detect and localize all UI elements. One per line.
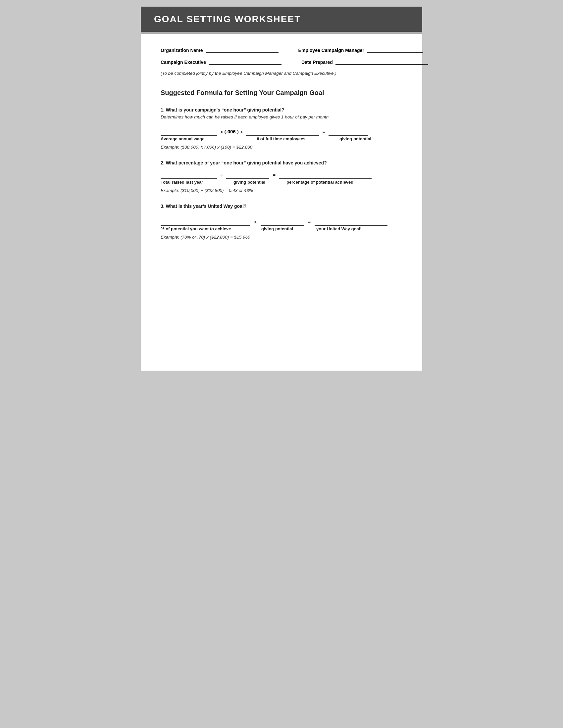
page: GOAL SETTING WORKSHEET Organization Name…	[141, 7, 422, 371]
question2-heading: 2. What percentage of your “one hour” gi…	[161, 160, 402, 165]
org-name-input[interactable]	[206, 47, 278, 53]
formula1-field2[interactable]	[246, 129, 319, 136]
formula2-block: ÷ = Total raised last year giving potent…	[161, 172, 402, 193]
org-name-field: Organization Name	[161, 47, 278, 53]
question3-number: 3.	[161, 204, 164, 209]
campaign-exec-input[interactable]	[209, 59, 282, 65]
formula2-labels: Total raised last year giving potential …	[161, 180, 402, 185]
formula2-field1[interactable]	[161, 172, 217, 179]
formula3-label1: % of potential you want to achieve	[161, 226, 250, 231]
question1-desc: Determines how much can be raised if eac…	[161, 114, 402, 119]
formula2-example: Example: ($10,000) ÷ ($22,800) = 0.43 or…	[161, 188, 402, 193]
formula1-field1[interactable]	[161, 129, 217, 136]
formula3-field3[interactable]	[315, 219, 388, 226]
formula1-row: x (.006 ) x =	[161, 129, 402, 136]
page-title: GOAL SETTING WORKSHEET	[154, 14, 409, 24]
ecm-input[interactable]	[367, 47, 423, 53]
formula2-row: ÷ =	[161, 172, 402, 179]
content-area: Organization Name Employee Campaign Mana…	[141, 34, 422, 263]
formula1-equals: =	[322, 129, 325, 134]
formula2-label3: percentage of potential achieved	[287, 180, 353, 185]
formula3-field1[interactable]	[161, 219, 250, 226]
formula1-label2: # of full time employees	[257, 136, 330, 141]
question3-text: What is this year’s United Way goal?	[166, 204, 247, 209]
formula3-label2: giving potential	[261, 226, 305, 231]
formula2-field2[interactable]	[226, 172, 269, 179]
campaign-exec-field: Campaign Executive	[161, 59, 282, 65]
form-row-2: Campaign Executive Date Prepared	[161, 59, 402, 65]
formula1-multiplier: x (.006 ) x	[220, 129, 243, 134]
question1-heading: 1. What is your campaign's “one hour” gi…	[161, 107, 402, 113]
question1-number: 1.	[161, 107, 164, 113]
formula3-multiply: x	[254, 219, 257, 224]
formula1-example: Example: ($38,000) x (.006) x (100) = $2…	[161, 145, 402, 150]
formula2-equals: =	[272, 172, 275, 178]
date-label: Date Prepared	[302, 60, 333, 65]
formula3-equals: =	[308, 219, 311, 224]
formula1-label1: Average annual wage	[161, 136, 217, 141]
date-field: Date Prepared	[302, 59, 428, 65]
completion-note: (To be completed jointly by the Employee…	[161, 71, 402, 76]
formula2-label2: giving potential	[233, 180, 276, 185]
form-row-1: Organization Name Employee Campaign Mana…	[161, 47, 402, 53]
formula2-label1: Total raised last year	[161, 180, 217, 185]
formula3-field2[interactable]	[260, 219, 304, 226]
formula3-labels: % of potential you want to achieve givin…	[161, 226, 402, 231]
formula1-block: x (.006 ) x = Average annual wage # of f…	[161, 129, 402, 150]
formula2-field3[interactable]	[279, 172, 372, 179]
question3-heading: 3. What is this year’s United Way goal?	[161, 204, 402, 209]
section2-divider: 2. What percentage of your “one hour” gi…	[161, 160, 402, 193]
formula3-label3: your United Way goal!	[316, 226, 362, 231]
page-header: GOAL SETTING WORKSHEET	[141, 7, 422, 32]
section-title: Suggested Formula for Setting Your Campa…	[161, 89, 402, 97]
question1-text: What is your campaign's “one hour” givin…	[166, 107, 285, 113]
ecm-label: Employee Campaign Manager	[299, 48, 364, 53]
question2-text: What percentage of your “one hour” givin…	[166, 160, 327, 165]
formula1-labels: Average annual wage # of full time emplo…	[161, 136, 402, 141]
date-input[interactable]	[336, 59, 428, 65]
formula2-divide: ÷	[220, 172, 223, 178]
formula1-label3: giving potential	[340, 136, 371, 141]
formula3-row: x =	[161, 219, 402, 226]
question2-number: 2.	[161, 160, 164, 165]
campaign-exec-label: Campaign Executive	[161, 60, 206, 65]
ecm-field: Employee Campaign Manager	[299, 47, 423, 53]
org-name-label: Organization Name	[161, 48, 203, 53]
formula3-example: Example: (70% or .70) x ($22,800) = $15,…	[161, 235, 402, 240]
formula3-block: x = % of potential you want to achieve g…	[161, 219, 402, 240]
section3-divider: 3. What is this year’s United Way goal? …	[161, 204, 402, 240]
formula1-field3[interactable]	[329, 129, 368, 136]
